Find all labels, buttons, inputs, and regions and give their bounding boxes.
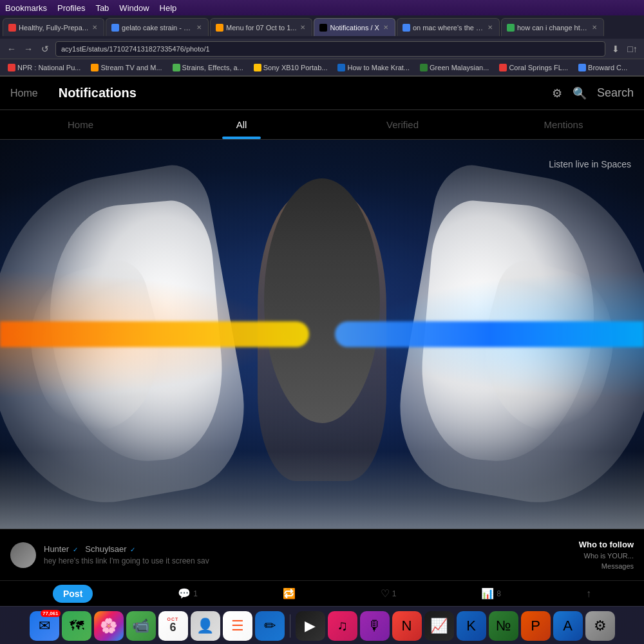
- fire-left: [0, 321, 309, 347]
- tab-bar: Healthy, Fully-Prepa... ✕ gelato cake st…: [0, 15, 644, 39]
- verified-badge2: ✓: [130, 546, 135, 553]
- bookmark-item-0[interactable]: NPR : National Pu...: [4, 62, 84, 73]
- dock-item-maps[interactable]: 🗺maps: [62, 611, 91, 641]
- bookmark-item-3[interactable]: Sony XB10 Portab...: [250, 62, 332, 73]
- share-action-icon: ↑: [586, 588, 591, 600]
- tab-close-tab5[interactable]: ✕: [486, 24, 494, 31]
- badge-mail: 77,061: [41, 610, 60, 617]
- fire-right: [335, 321, 644, 347]
- dock-item-pages[interactable]: Ppages: [521, 611, 551, 641]
- tab-verified[interactable]: Verified: [322, 110, 483, 139]
- dock-item-mail[interactable]: ✉77,061mail: [30, 611, 59, 641]
- dock-item-photos[interactable]: 🌸photos: [94, 611, 124, 641]
- browser-tab-tab1[interactable]: Healthy, Fully-Prepa... ✕: [3, 18, 104, 36]
- angel-image: Listen live in Spaces: [0, 140, 644, 529]
- dock: ✉77,061mail🗺maps🌸photos📹facetime OCT 6 C…: [0, 606, 644, 644]
- bookmarks-bar: NPR : National Pu...Stream TV and M...St…: [0, 59, 644, 76]
- reload-icon[interactable]: ↺: [39, 43, 52, 55]
- figure-hair: [264, 178, 380, 423]
- dock-item-reminders[interactable]: ☰reminders: [223, 611, 252, 641]
- spaces-text[interactable]: Listen live in Spaces: [549, 159, 631, 169]
- page-title: Notifications: [59, 86, 552, 100]
- who-to-follow-title: Who to follow: [579, 540, 634, 549]
- tab-close-tab2[interactable]: ✕: [195, 24, 203, 31]
- dock-item-music[interactable]: ♫music: [328, 611, 357, 641]
- bookmark-item-2[interactable]: Strains, Effects, a...: [169, 62, 247, 73]
- notif-username: Hunter ✓ Schuylsaer ✓: [44, 544, 571, 554]
- like-count: 1: [392, 589, 397, 598]
- dock-item-facetime[interactable]: 📹facetime: [126, 611, 156, 641]
- dock-item-freeform[interactable]: ✏freeform: [255, 611, 285, 641]
- verified-badge: ✓: [73, 546, 78, 553]
- menu-profiles[interactable]: Profiles: [57, 3, 85, 13]
- like-icon: ♡: [381, 587, 390, 600]
- tab-home[interactable]: Home: [0, 110, 161, 139]
- header-icons: ⚙ 🔍 Search: [552, 86, 634, 100]
- action-comment[interactable]: 💬 1: [178, 587, 198, 600]
- page-content: Home Notifications ⚙ 🔍 Search Home All V…: [0, 77, 644, 606]
- dock-item-news[interactable]: Nnews: [392, 611, 422, 641]
- dock-item-appstore[interactable]: Aappstore: [553, 611, 583, 641]
- twitter-header: Home Notifications ⚙ 🔍 Search: [0, 77, 644, 110]
- dock-item-keynote[interactable]: Kkeynote: [457, 611, 486, 641]
- comment-icon: 💬: [178, 587, 191, 600]
- browser-tab-tab4[interactable]: Notifications / X ✕: [314, 18, 395, 36]
- share-icon[interactable]: □↑: [626, 43, 639, 55]
- menu-window[interactable]: Window: [119, 3, 149, 13]
- back-icon[interactable]: ←: [5, 43, 18, 55]
- dock-item-numbers[interactable]: №numbers: [489, 611, 518, 641]
- address-bar: ← → ↺ ⬇ □↑: [0, 39, 644, 59]
- tab-all[interactable]: All: [161, 110, 322, 139]
- image-container[interactable]: Listen live in Spaces: [0, 140, 644, 529]
- bookmark-item-4[interactable]: How to Make Krat...: [334, 62, 413, 73]
- action-share[interactable]: ↑: [586, 588, 591, 600]
- dock-item-stocks[interactable]: 📈stocks: [424, 611, 454, 641]
- tab-close-tab6[interactable]: ✕: [591, 24, 598, 31]
- bookmark-item-6[interactable]: Coral Springs FL...: [495, 62, 572, 73]
- comment-count: 1: [193, 589, 198, 598]
- user-avatar: [10, 542, 36, 568]
- menu-bar: Bookmarks Profiles Tab Window Help: [0, 0, 644, 15]
- smoke-bottom: [0, 451, 644, 529]
- settings-icon[interactable]: ⚙: [552, 86, 562, 100]
- forward-icon[interactable]: →: [22, 43, 35, 55]
- browser-tab-tab5[interactable]: on mac where's the c... ✕: [397, 18, 500, 36]
- action-views[interactable]: 📊 8: [481, 587, 501, 600]
- dock-item-podcasts[interactable]: 🎙podcasts: [360, 611, 390, 641]
- tab-close-tab3[interactable]: ✕: [299, 24, 307, 31]
- search-icon[interactable]: 🔍: [573, 86, 587, 100]
- dock-item-calendar[interactable]: OCT 6 Calendar: [158, 611, 188, 641]
- dock-divider: [290, 614, 290, 638]
- browser-tab-tab3[interactable]: Menu for 07 Oct to 1... ✕: [210, 18, 312, 36]
- dock-item-appletv[interactable]: ▶appletv: [296, 611, 325, 641]
- dock-item-settings[interactable]: ⚙settings: [585, 611, 615, 641]
- views-icon: 📊: [481, 587, 494, 600]
- notif-user2: Schuylsaer: [85, 544, 126, 554]
- tab-close-tab1[interactable]: ✕: [91, 24, 99, 31]
- browser-tab-tab6[interactable]: how can i change htr... ✕: [501, 18, 604, 36]
- download-icon[interactable]: ⬇: [609, 43, 622, 55]
- browser-tab-tab2[interactable]: gelato cake strain - G... ✕: [106, 18, 209, 36]
- bookmark-item-7[interactable]: Broward C...: [574, 62, 631, 73]
- menu-bookmarks[interactable]: Bookmarks: [5, 3, 47, 13]
- bookmark-item-1[interactable]: Stream TV and M...: [87, 62, 166, 73]
- home-nav[interactable]: Home: [10, 88, 38, 99]
- bookmark-item-5[interactable]: Green Malaysian...: [416, 62, 493, 73]
- address-input[interactable]: [55, 41, 605, 57]
- tab-close-tab4[interactable]: ✕: [382, 24, 390, 31]
- action-retweet[interactable]: 🔁: [283, 587, 296, 600]
- dock-item-contacts[interactable]: 👤contacts: [191, 611, 220, 641]
- twitter-tabs: Home All Verified Mentions: [0, 110, 644, 140]
- browser-chrome: Healthy, Fully-Prepa... ✕ gelato cake st…: [0, 15, 644, 77]
- notification-peek: Hunter ✓ Schuylsaer ✓ hey here's this li…: [0, 529, 644, 580]
- messages-label[interactable]: Messages: [601, 562, 634, 570]
- post-button[interactable]: Post: [53, 585, 93, 603]
- menu-help[interactable]: Help: [160, 3, 177, 13]
- notif-content: Hunter ✓ Schuylsaer ✓ hey here's this li…: [44, 544, 571, 565]
- menu-tab[interactable]: Tab: [95, 3, 109, 13]
- filter-search[interactable]: Search: [597, 86, 634, 100]
- who-is-your: Who is YOUR...: [584, 552, 634, 560]
- side-panel: Who to follow Who is YOUR... Messages: [579, 540, 634, 570]
- action-like[interactable]: ♡ 1: [381, 587, 397, 600]
- tab-mentions[interactable]: Mentions: [483, 110, 644, 139]
